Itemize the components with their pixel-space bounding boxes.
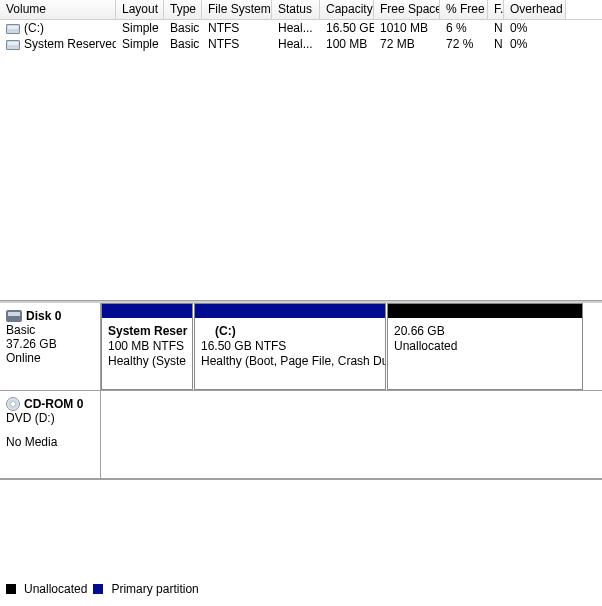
- col-pctfree[interactable]: % Free: [440, 0, 488, 19]
- col-capacity[interactable]: Capacity: [320, 0, 374, 19]
- cell-layout: Simple: [116, 21, 164, 35]
- partition-system-reserved[interactable]: System Reser 100 MB NTFS Healthy (Syste: [101, 303, 193, 390]
- cell-fault: N: [488, 21, 504, 35]
- partition-c[interactable]: (C:) 16.50 GB NTFS Healthy (Boot, Page F…: [194, 303, 386, 390]
- cdrom-title: CD-ROM 0: [24, 397, 83, 411]
- legend-unallocated: Unallocated: [24, 582, 87, 596]
- partition-size: 16.50 GB NTFS: [201, 339, 379, 354]
- disk-graphical-pane: Disk 0 Basic 37.26 GB Online System Rese…: [0, 301, 602, 480]
- cell-pct: 6 %: [440, 21, 488, 35]
- legend: Unallocated Primary partition: [6, 582, 199, 596]
- partition-unallocated[interactable]: 20.66 GB Unallocated: [387, 303, 583, 390]
- disk-label-area[interactable]: Disk 0 Basic 37.26 GB Online: [0, 303, 101, 390]
- cdrom-empty: [101, 391, 602, 478]
- volume-name: (C:): [24, 21, 44, 35]
- partition-name: System Reser: [108, 324, 186, 339]
- col-status[interactable]: Status: [272, 0, 320, 19]
- col-overhead[interactable]: Overhead: [504, 0, 566, 19]
- partition-size: 100 MB NTFS: [108, 339, 186, 354]
- drive-icon: [6, 24, 20, 34]
- cell-capacity: 100 MB: [320, 37, 374, 51]
- col-filesystem[interactable]: File System: [202, 0, 272, 19]
- disk-type: Basic: [6, 323, 94, 337]
- col-layout[interactable]: Layout: [116, 0, 164, 19]
- legend-primary: Primary partition: [111, 582, 198, 596]
- cell-type: Basic: [164, 37, 202, 51]
- partition-bar: [102, 304, 192, 318]
- cell-overhead: 0%: [504, 21, 566, 35]
- cell-type: Basic: [164, 21, 202, 35]
- volume-name: System Reserved: [24, 37, 116, 51]
- col-freespace[interactable]: Free Space: [374, 0, 440, 19]
- cell-layout: Simple: [116, 37, 164, 51]
- disk-title: Disk 0: [26, 309, 61, 323]
- partition-size: 20.66 GB: [394, 324, 576, 339]
- cell-overhead: 0%: [504, 37, 566, 51]
- partition-status: Healthy (Syste: [108, 354, 186, 369]
- cdrom-label-area[interactable]: CD-ROM 0 DVD (D:) No Media: [0, 391, 101, 478]
- partition-bar: [388, 304, 582, 318]
- partition-bar: [195, 304, 385, 318]
- disk-icon: [6, 310, 22, 322]
- cdrom-state: No Media: [6, 435, 94, 449]
- cell-fs: NTFS: [202, 37, 272, 51]
- drive-icon: [6, 40, 20, 50]
- cdrom-row: CD-ROM 0 DVD (D:) No Media: [0, 391, 602, 479]
- legend-swatch-primary: [93, 584, 103, 594]
- col-type[interactable]: Type: [164, 0, 202, 19]
- cell-fs: NTFS: [202, 21, 272, 35]
- cell-free: 72 MB: [374, 37, 440, 51]
- table-row[interactable]: System Reserved Simple Basic NTFS Heal..…: [0, 36, 602, 52]
- partition-name: (C:): [201, 324, 379, 339]
- cell-status: Heal...: [272, 21, 320, 35]
- legend-swatch-unallocated: [6, 584, 16, 594]
- disk-size: 37.26 GB: [6, 337, 94, 351]
- partition-status: Unallocated: [394, 339, 576, 354]
- cdrom-icon: [6, 397, 20, 411]
- partition-status: Healthy (Boot, Page File, Crash Du: [201, 354, 379, 369]
- cell-fault: N: [488, 37, 504, 51]
- col-volume[interactable]: Volume: [0, 0, 116, 19]
- cell-status: Heal...: [272, 37, 320, 51]
- cell-pct: 72 %: [440, 37, 488, 51]
- disk-partitions: System Reser 100 MB NTFS Healthy (Syste …: [101, 303, 602, 390]
- volume-table-body: (C:) Simple Basic NTFS Heal... 16.50 GB …: [0, 20, 602, 52]
- disk-state: Online: [6, 351, 94, 365]
- volume-list-pane: Volume Layout Type File System Status Ca…: [0, 0, 602, 301]
- disk-row: Disk 0 Basic 37.26 GB Online System Rese…: [0, 303, 602, 391]
- cell-capacity: 16.50 GB: [320, 21, 374, 35]
- volume-table-header: Volume Layout Type File System Status Ca…: [0, 0, 602, 20]
- table-row[interactable]: (C:) Simple Basic NTFS Heal... 16.50 GB …: [0, 20, 602, 36]
- cell-free: 1010 MB: [374, 21, 440, 35]
- col-fault[interactable]: F.: [488, 0, 504, 19]
- cdrom-type: DVD (D:): [6, 411, 94, 425]
